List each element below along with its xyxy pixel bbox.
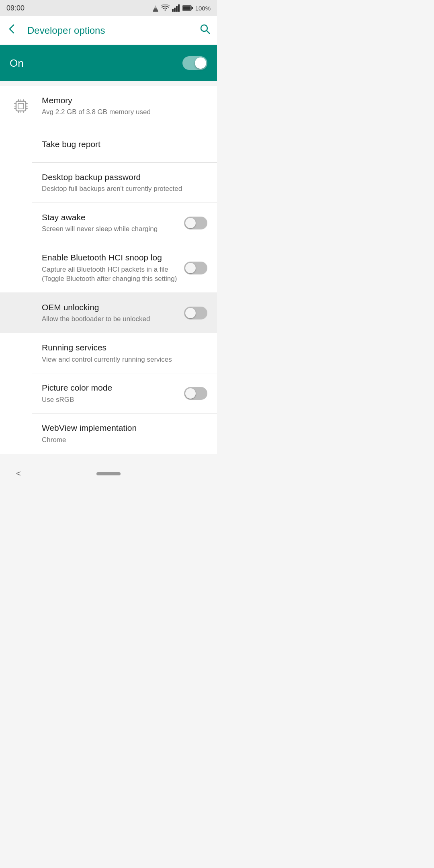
desktop-backup-title: Desktop backup password [42, 172, 207, 182]
webview-title: WebView implementation [42, 422, 207, 433]
picture-color-toggle-container[interactable] [184, 387, 207, 400]
oem-unlocking-subtitle: Allow the bootloader to be unlocked [42, 314, 178, 324]
developer-toggle-label: On [10, 57, 24, 70]
bluetooth-hci-content: Enable Bluetooth HCI snoop log Capture a… [42, 252, 178, 284]
svg-rect-8 [183, 6, 190, 10]
bluetooth-hci-toggle-container[interactable] [184, 262, 207, 274]
svg-rect-3 [174, 8, 176, 12]
memory-icon-container [10, 97, 32, 115]
nav-home-indicator[interactable] [96, 472, 121, 475]
running-services-title: Running services [42, 342, 207, 353]
desktop-backup-content: Desktop backup password Desktop full bac… [42, 172, 207, 194]
bluetooth-hci-subtitle: Capture all Bluetooth HCI packets in a f… [42, 265, 178, 284]
bluetooth-hci-title: Enable Bluetooth HCI snoop log [42, 252, 178, 263]
status-icons: 100% [153, 4, 211, 12]
svg-rect-12 [18, 103, 24, 109]
memory-content: Memory Avg 2.2 GB of 3.8 GB memory used [42, 95, 207, 117]
webview-content: WebView implementation Chrome [42, 422, 207, 444]
desktop-backup-subtitle: Desktop full backups aren't currently pr… [42, 184, 207, 194]
svg-rect-11 [16, 101, 26, 111]
page-title: Developer options [27, 25, 199, 36]
toolbar: Developer options [0, 16, 217, 45]
picture-color-toggle-thumb [185, 388, 196, 399]
svg-line-10 [207, 31, 209, 33]
stay-awake-toggle-container[interactable] [184, 217, 207, 229]
wifi-icon [161, 4, 170, 12]
settings-list: Memory Avg 2.2 GB of 3.8 GB memory used … [0, 86, 217, 454]
svg-rect-4 [176, 6, 178, 12]
battery-icon [182, 5, 193, 11]
running-services-content: Running services View and control curren… [42, 342, 207, 364]
bug-report-title: Take bug report [42, 139, 207, 149]
bluetooth-hci-item[interactable]: Enable Bluetooth HCI snoop log Capture a… [0, 243, 217, 293]
stay-awake-content: Stay awake Screen will never sleep while… [42, 212, 178, 234]
bluetooth-hci-toggle-thumb [185, 263, 196, 273]
navigation-bar: < [0, 462, 217, 486]
developer-toggle-bar[interactable]: On [0, 45, 217, 81]
picture-color-item[interactable]: Picture color mode Use sRGB [0, 373, 217, 413]
stay-awake-title: Stay awake [42, 212, 178, 223]
picture-color-subtitle: Use sRGB [42, 395, 178, 405]
svg-rect-2 [172, 9, 174, 12]
signal-bars-icon [172, 4, 180, 12]
chip-icon [12, 97, 30, 115]
battery-percent: 100% [195, 5, 211, 12]
webview-subtitle: Chrome [42, 435, 207, 445]
bluetooth-hci-toggle[interactable] [184, 262, 207, 274]
back-button[interactable] [6, 23, 18, 37]
memory-subtitle: Avg 2.2 GB of 3.8 GB memory used [42, 107, 207, 117]
status-time: 09:00 [6, 4, 25, 12]
picture-color-toggle[interactable] [184, 387, 207, 400]
signal-icon [153, 4, 158, 12]
toggle-thumb [195, 57, 206, 69]
memory-title: Memory [42, 95, 207, 106]
running-services-item[interactable]: Running services View and control curren… [0, 333, 217, 373]
svg-rect-5 [178, 4, 180, 12]
oem-unlocking-toggle[interactable] [184, 307, 207, 319]
bug-report-item[interactable]: Take bug report [0, 126, 217, 162]
oem-unlocking-content: OEM unlocking Allow the bootloader to be… [42, 302, 178, 324]
stay-awake-toggle-thumb [185, 218, 196, 228]
running-services-subtitle: View and control currently running servi… [42, 355, 207, 364]
stay-awake-toggle[interactable] [184, 217, 207, 229]
developer-toggle-switch[interactable] [182, 56, 207, 70]
webview-item[interactable]: WebView implementation Chrome [0, 414, 217, 453]
status-bar: 09:00 100% [0, 0, 217, 16]
bug-report-content: Take bug report [42, 139, 207, 149]
oem-unlocking-toggle-container[interactable] [184, 307, 207, 319]
picture-color-content: Picture color mode Use sRGB [42, 382, 178, 404]
oem-unlocking-item[interactable]: OEM unlocking Allow the bootloader to be… [0, 293, 217, 333]
desktop-backup-item[interactable]: Desktop backup password Desktop full bac… [0, 163, 217, 203]
oem-unlocking-toggle-thumb [185, 308, 196, 318]
oem-unlocking-title: OEM unlocking [42, 302, 178, 313]
stay-awake-subtitle: Screen will never sleep while charging [42, 224, 178, 234]
nav-back-button[interactable]: < [16, 469, 21, 478]
memory-item[interactable]: Memory Avg 2.2 GB of 3.8 GB memory used [0, 86, 217, 126]
svg-rect-7 [192, 7, 193, 9]
search-button[interactable] [199, 23, 211, 37]
stay-awake-item[interactable]: Stay awake Screen will never sleep while… [0, 203, 217, 243]
picture-color-title: Picture color mode [42, 382, 178, 393]
